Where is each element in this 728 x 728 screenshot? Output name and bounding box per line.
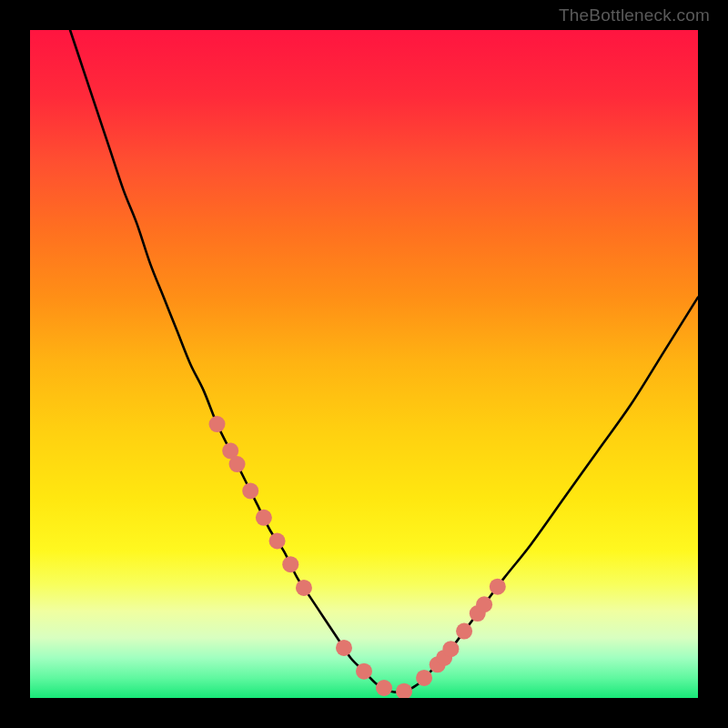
curve-marker <box>490 579 506 595</box>
curve-marker <box>416 670 432 686</box>
curve-marker <box>282 556 298 572</box>
curve-marker <box>376 680 392 696</box>
curve-marker <box>242 482 258 499</box>
curve-marker <box>209 416 226 432</box>
curve-marker <box>269 533 286 550</box>
curve-marker <box>442 641 459 657</box>
curve-marker <box>336 640 352 656</box>
watermark-text: TheBottleneck.com <box>559 5 710 25</box>
curve-marker <box>229 456 246 472</box>
curve-marker <box>296 580 312 596</box>
curve-marker <box>256 510 272 526</box>
curve-marker <box>396 683 412 698</box>
curve-marker <box>476 596 492 612</box>
curve-marker <box>356 663 372 680</box>
curve-marker <box>456 623 472 640</box>
bottleneck-curve-plot <box>30 30 698 698</box>
